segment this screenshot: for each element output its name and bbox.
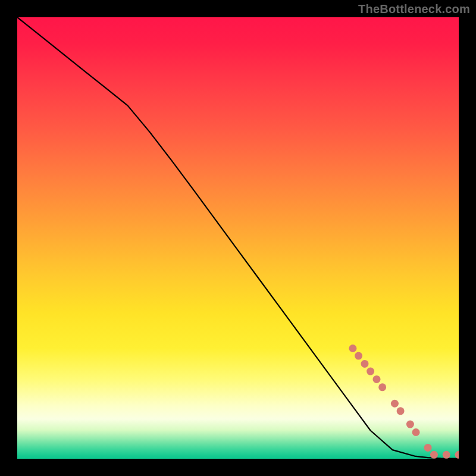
chart-overlay <box>17 17 459 459</box>
marker-dot <box>355 352 362 360</box>
marker-dot <box>430 451 438 459</box>
marker-dot <box>424 444 432 452</box>
marker-dot <box>406 421 414 428</box>
marker-dot <box>367 368 374 375</box>
marker-dot <box>455 451 459 459</box>
marker-dot <box>443 451 450 459</box>
marker-dot <box>397 407 405 415</box>
bottleneck-curve <box>17 17 459 459</box>
marker-dot <box>378 383 386 391</box>
plot-area <box>17 17 459 459</box>
marker-dot <box>349 345 356 352</box>
marker-dot <box>412 428 420 436</box>
marker-dot <box>361 360 368 368</box>
marker-dots <box>349 345 459 459</box>
marker-dot <box>391 400 399 408</box>
marker-dot <box>372 375 380 383</box>
watermark-text: TheBottleneck.com <box>358 2 470 16</box>
chart-stage: TheBottleneck.com <box>0 0 476 476</box>
